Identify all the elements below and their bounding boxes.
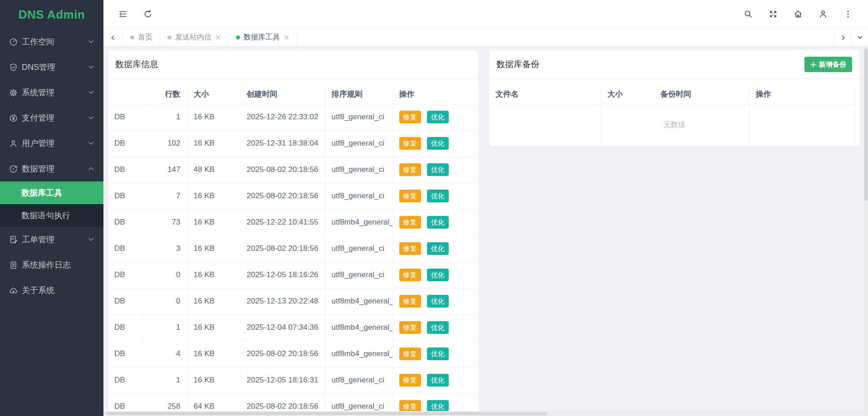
actions-cell: 修复优化: [392, 235, 475, 262]
collation-cell: utf8_general_ci: [325, 183, 392, 209]
row-count-cell: 73: [142, 209, 187, 235]
close-icon[interactable]: [284, 34, 289, 40]
sidebar-item-about[interactable]: 关于系统: [0, 278, 103, 303]
actions-cell: 修复优化: [392, 130, 475, 157]
sidebar-item-system[interactable]: 系统管理: [0, 80, 103, 105]
optimize-button[interactable]: 优化: [427, 137, 449, 150]
sidebar-item-label: 系统管理: [22, 87, 88, 98]
created-time-cell: 2025-08-02 20:18:56: [240, 341, 325, 367]
col-size-header: 大小: [187, 84, 240, 104]
optimize-button[interactable]: 优化: [427, 242, 449, 255]
collapse-sidebar-icon[interactable]: [118, 10, 128, 19]
sidebar-item-database-tools[interactable]: 数据库工具: [0, 181, 103, 204]
collation-cell: utf8_general_ci: [325, 367, 392, 393]
yen-circle-icon: [9, 114, 18, 122]
ticket-icon: [9, 235, 18, 244]
row-count-cell: 1: [142, 367, 187, 393]
repair-button[interactable]: 修复: [399, 321, 421, 334]
actions-cell: 修复优化: [392, 209, 475, 235]
repair-button[interactable]: 修复: [399, 216, 421, 229]
col-collation-header: 排序规则: [325, 84, 392, 104]
chevron-down-icon: [857, 34, 863, 40]
col-created-header: 创建时间: [240, 84, 325, 104]
chevron-right-icon: [840, 35, 846, 40]
table-row: DB14748 KB2025-08-02 20:18:56utf8_genera…: [108, 157, 475, 183]
db-name-cell: DB: [108, 367, 142, 393]
horizontal-scrollbar-thumb[interactable]: [106, 412, 547, 415]
add-backup-button[interactable]: 新增备份: [804, 57, 852, 72]
table-row: DB116 KB2025-12-04 07:34:36utf8mb4_gener…: [108, 314, 475, 341]
repair-button[interactable]: 修复: [399, 111, 421, 123]
optimize-button[interactable]: 优化: [427, 190, 449, 202]
repair-button[interactable]: 修复: [399, 269, 421, 281]
optimize-button[interactable]: 优化: [427, 216, 449, 229]
repair-button[interactable]: 修复: [399, 295, 421, 308]
actions-cell: 修复优化: [392, 367, 475, 393]
chevron-up-icon: [88, 167, 93, 171]
table-row: DB10216 KB2025-12-31 18:38:04utf8_genera…: [108, 130, 475, 157]
tab-label: 首页: [138, 33, 152, 42]
repair-button[interactable]: 修复: [399, 163, 421, 176]
optimize-button[interactable]: 优化: [427, 321, 449, 334]
fullscreen-icon[interactable]: [769, 10, 778, 19]
tab-send-message[interactable]: 发送站内信: [160, 29, 229, 46]
sidebar-item-sql-execute[interactable]: 数据语句执行: [0, 204, 103, 227]
user-icon[interactable]: [819, 10, 828, 19]
more-vertical-icon[interactable]: [843, 10, 853, 19]
sidebar-item-operation-log[interactable]: 系统操作日志: [0, 252, 103, 278]
dashboard-icon: [9, 38, 18, 46]
plus-icon: [810, 62, 816, 68]
sidebar-item-dns[interactable]: DNS管理: [0, 54, 103, 80]
optimize-button[interactable]: 优化: [427, 269, 449, 281]
repair-button[interactable]: 修复: [399, 347, 421, 360]
repair-button[interactable]: 修复: [399, 374, 421, 387]
sidebar-item-label: 工作空间: [22, 36, 88, 47]
sidebar-item-data[interactable]: 数据管理: [0, 156, 103, 181]
tabs-scroll-right-button[interactable]: [834, 29, 851, 46]
collation-cell: utf8_general_ci: [325, 157, 392, 183]
optimize-button[interactable]: 优化: [427, 374, 449, 387]
row-count-cell: 1: [142, 314, 187, 341]
optimize-button[interactable]: 优化: [427, 347, 449, 360]
home-icon[interactable]: [794, 10, 803, 19]
table-row: DB116 KB2025-12-05 18:16:31utf8_general_…: [108, 367, 475, 393]
repair-button[interactable]: 修复: [399, 242, 421, 255]
search-icon[interactable]: [744, 10, 753, 19]
close-icon[interactable]: [215, 34, 221, 40]
optimize-button[interactable]: 优化: [427, 111, 449, 123]
table-row: DB416 KB2025-08-02 20:18:56utf8mb4_gener…: [108, 341, 475, 367]
db-name-cell: DB: [108, 183, 142, 209]
size-cell: 16 KB: [187, 262, 240, 288]
sidebar-item-workspace[interactable]: 工作空间: [0, 29, 103, 54]
collation-cell: utf8mb4_general_ci: [325, 314, 392, 341]
chevron-down-icon: [88, 65, 93, 69]
optimize-button[interactable]: 优化: [427, 163, 449, 176]
refresh-icon[interactable]: [143, 10, 152, 19]
sidebar-item-tickets[interactable]: 工单管理: [0, 227, 103, 252]
col-actions-header: 操作: [749, 84, 856, 104]
created-time-cell: 2025-12-26 22:33:02: [240, 104, 325, 130]
table-row: DB016 KB2025-12-05 18:16:26utf8_general_…: [108, 262, 475, 288]
vertical-scrollbar-thumb[interactable]: [864, 49, 868, 201]
card-title: 数据库备份: [496, 59, 539, 70]
database-backup-body: 文件名 大小 备份时间 操作 无数据: [489, 79, 859, 147]
chevron-down-icon: [88, 142, 93, 145]
repair-button[interactable]: 修复: [399, 137, 421, 150]
size-cell: 16 KB: [187, 314, 240, 341]
sidebar-item-payment[interactable]: 支付管理: [0, 105, 103, 131]
optimize-button[interactable]: 优化: [427, 295, 449, 308]
tab-home[interactable]: 首页: [123, 29, 160, 46]
row-count-cell: 3: [142, 235, 187, 262]
tabs-scroll-left-button[interactable]: [103, 29, 123, 46]
horizontal-scrollbar-track: [103, 411, 864, 416]
row-count-cell: 1: [142, 104, 187, 130]
actions-cell: 修复优化: [392, 183, 475, 209]
row-count-cell: 102: [142, 130, 187, 157]
repair-button[interactable]: 修复: [399, 190, 421, 202]
tabs-menu-button[interactable]: [851, 29, 868, 46]
collation-cell: utf8_general_ci: [325, 262, 392, 288]
sidebar-item-users[interactable]: 用户管理: [0, 131, 103, 156]
row-count-cell: 4: [142, 341, 187, 367]
collation-cell: utf8_general_ci: [325, 235, 392, 262]
tab-database-tools[interactable]: 数据库工具: [229, 29, 297, 46]
